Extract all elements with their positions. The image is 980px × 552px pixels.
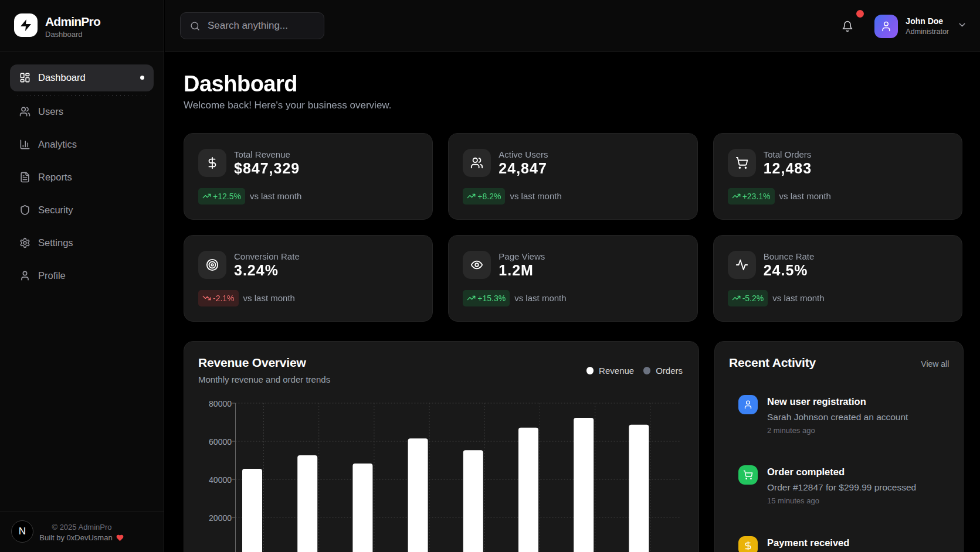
svg-text:40000: 40000 — [209, 475, 232, 485]
svg-text:80000: 80000 — [209, 399, 232, 408]
svg-text:20000: 20000 — [209, 513, 232, 523]
svg-text:60000: 60000 — [209, 437, 232, 447]
